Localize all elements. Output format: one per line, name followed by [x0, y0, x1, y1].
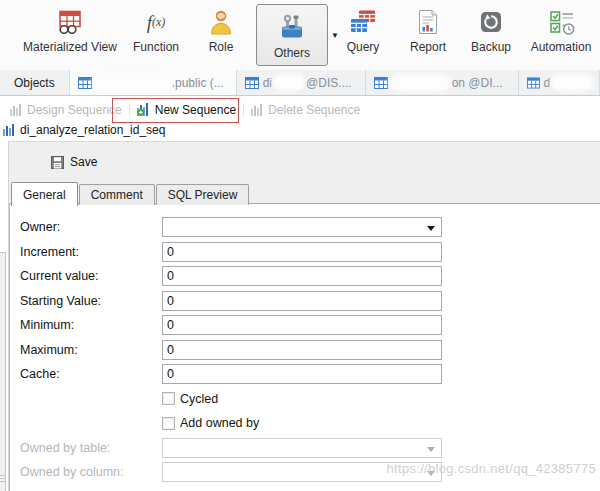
toolbar-label: Function	[133, 40, 179, 54]
form-row-maximum: Maximum:	[20, 340, 442, 360]
list-item-sequence[interactable]: di_analyze_relation_id_seq	[0, 123, 600, 137]
field-label: Increment:	[20, 245, 162, 259]
form-row-minimum: Minimum:	[20, 315, 442, 335]
checkbox-label: Add owned by	[180, 416, 259, 430]
design-sequence-button[interactable]: Design Sequence	[6, 103, 126, 117]
tab-label: @DIS....	[306, 76, 352, 90]
button-label: New Sequence	[155, 103, 236, 117]
sequence-icon	[3, 124, 16, 136]
toolbar-item-role[interactable]: Role	[192, 6, 250, 66]
form-row-current-value: Current value:	[20, 266, 442, 286]
toolbar-separator	[243, 103, 244, 117]
tab-general[interactable]: General	[11, 182, 78, 206]
toolbar-item-function[interactable]: f(x) Function	[126, 6, 186, 66]
document-tab-bar: Objects .public (... di @DIS.... on @DI.…	[0, 70, 600, 96]
field-label: Minimum:	[20, 318, 162, 332]
toolbar-item-materialized-view[interactable]: Materialized View	[14, 6, 126, 66]
delete-sequence-button[interactable]: Delete Sequence	[247, 103, 364, 117]
checkbox-label: Cycled	[180, 392, 218, 406]
button-label: Delete Sequence	[268, 103, 360, 117]
toolbar-label: Others	[274, 46, 310, 60]
editor-tab-strip: General Comment SQL Preview	[11, 181, 250, 205]
tab-database-4[interactable]: d	[519, 70, 600, 95]
tab-label: di	[263, 76, 272, 90]
form-row-owned-by-table: Owned by table:	[20, 438, 442, 458]
cache-input[interactable]	[162, 364, 442, 384]
maximum-input[interactable]	[162, 340, 442, 360]
vertical-scrollbar[interactable]	[0, 252, 6, 491]
field-label: Owned by table:	[20, 441, 162, 455]
report-icon	[415, 6, 441, 38]
toolbar-item-query[interactable]: Query	[340, 6, 386, 66]
form-row-cache: Cache:	[20, 364, 442, 384]
query-icon	[348, 6, 378, 38]
function-icon: f(x)	[147, 6, 166, 38]
toolbar-item-others[interactable]: Others ▼	[256, 4, 339, 66]
tab-objects[interactable]: Objects	[0, 70, 70, 95]
toolbar-label: Query	[347, 40, 380, 54]
field-label: Starting Value:	[20, 294, 162, 308]
field-label: Cache:	[20, 367, 162, 381]
tab-comment[interactable]: Comment	[79, 184, 155, 205]
form-row-owned-by-column: Owned by column:	[20, 462, 442, 482]
tab-database-3[interactable]: on @DI...	[366, 70, 519, 95]
minimum-input[interactable]	[162, 315, 442, 335]
field-label: Owned by column:	[20, 465, 162, 479]
sequence-icon	[10, 104, 23, 116]
form-row-cycled: Cycled	[20, 389, 442, 409]
tab-label: .public (...	[172, 76, 224, 90]
table-icon	[374, 77, 388, 89]
field-label: Current value:	[20, 269, 162, 283]
new-sequence-icon	[137, 103, 151, 116]
form-row-owner: Owner:	[20, 217, 442, 237]
owned-by-table-select	[162, 438, 442, 458]
backup-icon	[478, 6, 504, 38]
field-label: Owner:	[20, 220, 162, 234]
add-owned-by-checkbox[interactable]	[162, 417, 175, 430]
starting-value-input[interactable]	[162, 291, 442, 311]
toolbar-label: Materialized View	[23, 40, 117, 54]
chevron-down-icon	[427, 447, 435, 452]
form-row-add-owned-by: Add owned by	[20, 413, 442, 433]
toolbar-item-backup[interactable]: Backup	[464, 6, 518, 66]
materialized-view-icon	[55, 6, 85, 38]
toolbar-item-automation[interactable]: Automation	[524, 6, 598, 66]
tab-label: General	[23, 188, 66, 202]
others-dropdown-arrow-icon[interactable]: ▼	[331, 31, 339, 40]
main-toolbar: Materialized View f(x) Function Role	[0, 0, 600, 70]
save-label: Save	[70, 155, 97, 169]
toolbar-label: Role	[209, 40, 234, 54]
object-list: di_analyze_relation_id_seq	[0, 123, 600, 141]
table-icon	[527, 77, 540, 89]
toolbar-item-report[interactable]: Report	[400, 6, 456, 66]
censored-text-blob	[392, 77, 448, 88]
form-row-starting-value: Starting Value:	[20, 291, 442, 311]
owner-select[interactable]	[162, 217, 442, 237]
tab-database-2[interactable]: di @DIS....	[237, 70, 366, 95]
automation-icon	[546, 6, 576, 38]
tab-label: d	[544, 76, 551, 90]
toolbar-label: Report	[410, 40, 446, 54]
censored-text-blob	[96, 77, 168, 88]
cycled-checkbox[interactable]	[162, 392, 175, 405]
others-button[interactable]: Others	[256, 4, 328, 66]
tab-sql-preview[interactable]: SQL Preview	[156, 184, 250, 205]
watermark-text: https://blog.csdn.net/qq_42385775	[387, 461, 596, 476]
new-sequence-button[interactable]: New Sequence	[133, 103, 240, 117]
increment-input[interactable]	[162, 242, 442, 262]
button-label: Design Sequence	[27, 103, 122, 117]
toolbar-label: Backup	[471, 40, 511, 54]
censored-text-blob	[276, 77, 302, 88]
others-icon	[277, 11, 307, 43]
sequence-name: di_analyze_relation_id_seq	[20, 123, 165, 137]
censored-text-blob	[554, 77, 591, 88]
sequence-form: Owner: Increment: Current value: Startin…	[20, 217, 442, 482]
general-tab-content: Owner: Increment: Current value: Startin…	[9, 203, 600, 491]
current-value-input[interactable]	[162, 266, 442, 286]
tab-database-1[interactable]: .public (...	[70, 70, 237, 95]
tab-label: Objects	[14, 76, 55, 90]
save-button[interactable]: Save	[51, 155, 97, 169]
tab-label: SQL Preview	[168, 188, 238, 202]
toolbar-label: Automation	[531, 40, 592, 54]
tab-label: on @DI...	[452, 76, 503, 90]
